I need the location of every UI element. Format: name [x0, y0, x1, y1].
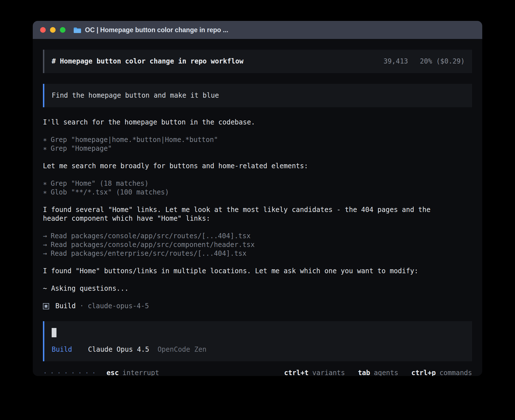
asterisk-tool-icon: ∗: [43, 136, 47, 144]
tool-text: Grep "Home" (18 matches): [51, 180, 149, 187]
hint-key: ctrl+p: [411, 369, 436, 376]
spinner-dot: ·: [71, 369, 75, 376]
window-title-wrap: OC | Homepage button color change in rep…: [73, 26, 228, 34]
hint-key: tab: [358, 369, 370, 376]
spinner-dots: ········: [43, 369, 99, 376]
keyboard-hint: ctrl+tvariants: [284, 369, 345, 376]
model-label[interactable]: Claude Opus 4.5: [88, 345, 149, 353]
window-title: OC | Homepage button color change in rep…: [85, 26, 228, 34]
spinner-dot: ·: [92, 369, 96, 376]
tool-call: ∗Grep "Homepage": [43, 144, 447, 153]
tool-call-group: ∗Grep "homepage|home.*button|Home.*butto…: [43, 135, 447, 153]
spinner-dot: ·: [50, 369, 54, 376]
tool-call-group: ∗Grep "Home" (18 matches)∗Glob "**/*.tsx…: [43, 179, 447, 197]
hint-label: commands: [439, 369, 472, 376]
tool-call: →Read packages/console/app/src/routes/[.…: [43, 232, 447, 240]
esc-label: interrupt: [123, 369, 159, 376]
session-header: # Homepage button color change in repo w…: [43, 50, 472, 73]
tool-call: →Read packages/enterprise/src/routes/[..…: [43, 249, 447, 258]
zoom-button[interactable]: [60, 27, 66, 33]
spinner-dot: ·: [78, 369, 82, 376]
spinner-dot: ·: [85, 369, 89, 376]
esc-key: esc: [106, 369, 119, 376]
titlebar[interactable]: OC | Homepage button color change in rep…: [33, 21, 482, 39]
token-count: 39,413: [383, 57, 408, 66]
mode-label[interactable]: Build: [52, 345, 72, 353]
statusbar-hints: ctrl+tvariantstabagentsctrl+pcommands: [271, 369, 472, 376]
asterisk-tool-icon: ∗: [43, 188, 47, 196]
asterisk-tool-icon: ∗: [43, 180, 47, 187]
spinner-dot: ·: [57, 369, 61, 376]
keyboard-hint: ctrl+pcommands: [411, 369, 472, 376]
keyboard-hint: tabagents: [358, 369, 398, 376]
minimize-button[interactable]: [50, 27, 56, 33]
arrow-right-icon: →: [43, 241, 47, 249]
tool-call: ∗Glob "**/*.tsx" (100 matches): [43, 188, 447, 197]
tool-text: Glob "**/*.tsx" (100 matches): [51, 188, 169, 196]
arrow-right-icon: →: [43, 232, 47, 240]
conversation: I'll search for the homepage button in t…: [43, 118, 447, 293]
agent-name: Build: [55, 302, 76, 310]
tool-call: →Read packages/console/app/src/component…: [43, 240, 447, 249]
agent-model: claude-opus-4-5: [88, 302, 149, 310]
tool-call: ∗Grep "Home" (18 matches): [43, 179, 447, 188]
tool-text: Read packages/console/app/src/routes/[..…: [51, 232, 250, 240]
assistant-text: Let me search more broadly for buttons a…: [43, 162, 447, 170]
assistant-text: I found several "Home" links. Let me loo…: [43, 205, 447, 223]
tool-call-group: →Read packages/console/app/src/routes/[.…: [43, 232, 447, 258]
statusbar-left: ········ esc interrupt: [43, 369, 159, 376]
close-button[interactable]: [40, 27, 46, 33]
assistant-text: ~ Asking questions...: [43, 284, 447, 293]
user-message: Find the homepage button and make it blu…: [43, 84, 472, 107]
agent-separator: ·: [80, 302, 84, 310]
assistant-text: I'll search for the homepage button in t…: [43, 118, 447, 127]
hint-label: variants: [312, 369, 345, 376]
spinner-dot: ·: [64, 369, 68, 376]
session-title: # Homepage button color change in repo w…: [52, 57, 243, 66]
tool-call: ∗Grep "homepage|home.*button|Home.*butto…: [43, 135, 447, 144]
assistant-text: I found "Home" buttons/links in multiple…: [43, 267, 447, 275]
hint-key: ctrl+t: [284, 369, 309, 376]
window-controls: [40, 27, 66, 33]
arrow-right-icon: →: [43, 250, 47, 257]
prompt-input[interactable]: Build Claude Opus 4.5 OpenCode Zen: [43, 321, 472, 361]
tool-text: Read packages/enterprise/src/routes/[...…: [51, 250, 246, 257]
terminal-window: OC | Homepage button color change in rep…: [33, 21, 482, 376]
hint-label: agents: [374, 369, 398, 376]
terminal-content: # Homepage button color change in repo w…: [33, 39, 482, 376]
model-row: Build Claude Opus 4.5 OpenCode Zen: [52, 345, 465, 354]
text-cursor: [52, 328, 56, 337]
cursor-row: [52, 328, 465, 337]
user-message-text: Find the homepage button and make it blu…: [52, 91, 219, 99]
provider-label: OpenCode Zen: [158, 345, 206, 353]
agent-status-line: Build · claude-opus-4-5: [43, 302, 472, 310]
spinner-dot: ·: [43, 369, 47, 376]
folder-icon: [73, 27, 81, 33]
context-cost: 20% ($0.29): [420, 57, 465, 66]
statusbar: ········ esc interrupt ctrl+tvariantstab…: [43, 361, 472, 376]
desktop: OC | Homepage button color change in rep…: [0, 0, 515, 420]
tool-text: Grep "homepage|home.*button|Home.*button…: [51, 136, 218, 144]
session-stats: 39,413 20% ($0.29): [383, 57, 465, 66]
tool-text: Grep "Homepage": [51, 145, 112, 152]
agent-square-icon: [43, 303, 49, 309]
asterisk-tool-icon: ∗: [43, 145, 47, 152]
tool-text: Read packages/console/app/src/component/…: [51, 241, 254, 249]
